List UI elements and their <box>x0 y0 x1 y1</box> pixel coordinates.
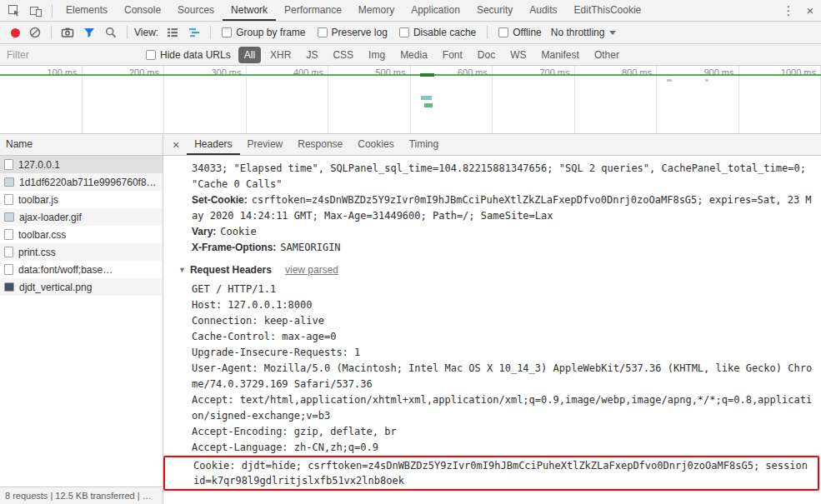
tab-memory[interactable]: Memory <box>350 0 403 21</box>
inspect-element-icon[interactable] <box>3 0 25 21</box>
filter-pill-xhr[interactable]: XHR <box>264 47 297 63</box>
filter-pill-all[interactable]: All <box>238 47 261 63</box>
name-column-header[interactable]: Name <box>0 134 163 156</box>
filter-bar: Hide data URLs All XHR JS CSS Img Media … <box>0 44 821 66</box>
filter-pill-js[interactable]: JS <box>300 47 323 63</box>
timeline-tick: 300 ms <box>164 66 247 133</box>
tab-editthiscookie[interactable]: EditThisCookie <box>566 0 650 21</box>
overview-activity-mark <box>424 103 433 107</box>
checkbox-icon <box>318 27 328 37</box>
large-rows-view-icon[interactable] <box>166 26 179 39</box>
tab-response[interactable]: Response <box>290 134 350 155</box>
raw-header-line: Connection: keep-alive <box>163 313 821 329</box>
raw-header-line: Accept: text/html,application/xhtml+xml,… <box>163 392 821 424</box>
timeline-tick: 400 ms <box>247 66 329 133</box>
font-icon <box>4 264 13 275</box>
network-overview-timeline[interactable]: 100 ms 200 ms 300 ms 400 ms 500 ms 600 m… <box>0 66 821 134</box>
hide-data-urls-label: Hide data URLs <box>160 49 231 61</box>
filter-pill-doc[interactable]: Doc <box>472 47 501 63</box>
close-details-icon[interactable]: × <box>165 138 187 152</box>
cookie-highlight-box: Cookie: djdt=hide; csrftoken=z4sDnWBZDz5… <box>163 456 819 491</box>
request-row[interactable]: 127.0.0.1 <box>0 156 163 173</box>
image-icon <box>4 282 14 292</box>
tab-application[interactable]: Application <box>403 0 468 21</box>
request-row[interactable]: djdt_vertical.png <box>0 278 163 296</box>
disable-cache-checkbox[interactable]: Disable cache <box>399 27 476 38</box>
filter-pill-ws[interactable]: WS <box>504 47 532 63</box>
request-details-panel: × Headers Preview Response Cookies Timin… <box>163 134 821 504</box>
detail-tab-bar: × Headers Preview Response Cookies Timin… <box>163 134 821 156</box>
request-row[interactable]: toolbar.css <box>0 226 163 243</box>
header-value: csrftoken=z4sDnWBZDz5Y9zIvr0mI9hJBmCciPu… <box>192 194 812 222</box>
filter-pill-font[interactable]: Font <box>437 47 468 63</box>
overview-activity-mark <box>421 96 432 100</box>
search-icon[interactable] <box>104 26 118 39</box>
tab-security[interactable]: Security <box>468 0 521 21</box>
image-icon <box>4 177 14 187</box>
filter-pill-img[interactable]: Img <box>363 47 391 63</box>
raw-header-line: Accept-Language: zh-CN,zh;q=0.9 <box>163 440 821 456</box>
request-row[interactable]: 1d1df6220ab711e9996760f8… <box>0 173 163 191</box>
filter-funnel-icon[interactable] <box>83 26 96 39</box>
request-row[interactable]: data:font/woff;base… <box>0 261 163 278</box>
timeline-tick: 700 ms <box>493 66 575 133</box>
divider <box>127 26 128 39</box>
tab-sources[interactable]: Sources <box>169 0 223 21</box>
device-toolbar-icon[interactable] <box>25 0 47 21</box>
divider <box>487 26 488 39</box>
close-devtools-icon[interactable]: × <box>799 0 821 21</box>
request-headers-section[interactable]: ▼Request Headersview parsed <box>163 262 821 278</box>
group-by-frame-label: Group by frame <box>236 27 305 38</box>
header-value-overflow: 34033; "Elapsed time", SQLPanel_sql_time… <box>163 161 821 192</box>
filter-pill-other[interactable]: Other <box>588 47 625 63</box>
throttling-value: No throttling <box>551 27 605 38</box>
clear-icon[interactable] <box>28 26 42 39</box>
status-bar: 8 requests | 12.5 KB transferred | … <box>0 487 163 504</box>
document-icon <box>4 159 13 170</box>
request-row[interactable]: toolbar.js <box>0 191 163 208</box>
hide-data-urls-checkbox[interactable]: Hide data URLs <box>146 49 231 61</box>
tab-console[interactable]: Console <box>116 0 169 21</box>
checkbox-icon <box>399 27 409 37</box>
request-name: 127.0.0.1 <box>18 159 60 171</box>
stylesheet-icon <box>4 229 13 240</box>
filter-pill-media[interactable]: Media <box>394 47 433 63</box>
checkbox-icon <box>146 50 156 60</box>
raw-header-line: Accept-Encoding: gzip, deflate, br <box>163 424 821 440</box>
filter-input[interactable] <box>7 49 140 61</box>
record-icon[interactable] <box>11 28 20 37</box>
group-by-frame-checkbox[interactable]: Group by frame <box>222 27 305 38</box>
devtools-tab-bar: Elements Console Sources Network Perform… <box>0 0 821 22</box>
tab-timing[interactable]: Timing <box>402 134 447 155</box>
checkbox-icon <box>498 27 508 37</box>
tab-performance[interactable]: Performance <box>276 0 350 21</box>
preserve-log-checkbox[interactable]: Preserve log <box>318 27 388 38</box>
tab-network[interactable]: Network <box>223 0 276 21</box>
request-row[interactable]: ajax-loader.gif <box>0 208 163 226</box>
filter-pill-css[interactable]: CSS <box>327 47 359 63</box>
request-row[interactable]: print.css <box>0 243 163 261</box>
image-icon <box>4 212 14 222</box>
section-title: Request Headers <box>190 264 272 276</box>
tab-audits[interactable]: Audits <box>521 0 565 21</box>
tab-preview[interactable]: Preview <box>240 134 291 155</box>
offline-checkbox[interactable]: Offline <box>498 27 541 38</box>
overview-load-line <box>0 74 821 76</box>
throttling-select[interactable]: No throttling <box>551 27 617 38</box>
network-toolbar: View: Group by frame Preserve log Disabl… <box>0 22 821 44</box>
raw-request-headers: GET / HTTP/1.1 Host: 127.0.0.1:8000 Conn… <box>163 282 821 491</box>
raw-header-line: Upgrade-Insecure-Requests: 1 <box>163 345 821 361</box>
timeline-grid: 100 ms 200 ms 300 ms 400 ms 500 ms 600 m… <box>0 66 821 133</box>
timeline-tick: 100 ms <box>0 66 83 133</box>
tab-cookies[interactable]: Cookies <box>350 134 401 155</box>
request-name: data:font/woff;base… <box>18 264 113 276</box>
capture-screenshots-icon[interactable] <box>61 26 74 39</box>
timeline-tick: 900 ms <box>657 66 739 133</box>
menu-icon[interactable]: ⋮ <box>778 0 799 21</box>
overview-view-icon[interactable] <box>188 26 201 39</box>
script-icon <box>4 194 13 205</box>
tab-elements[interactable]: Elements <box>58 0 116 21</box>
filter-pill-manifest[interactable]: Manifest <box>536 47 585 63</box>
tab-headers[interactable]: Headers <box>187 134 239 155</box>
view-parsed-link[interactable]: view parsed <box>285 264 338 276</box>
